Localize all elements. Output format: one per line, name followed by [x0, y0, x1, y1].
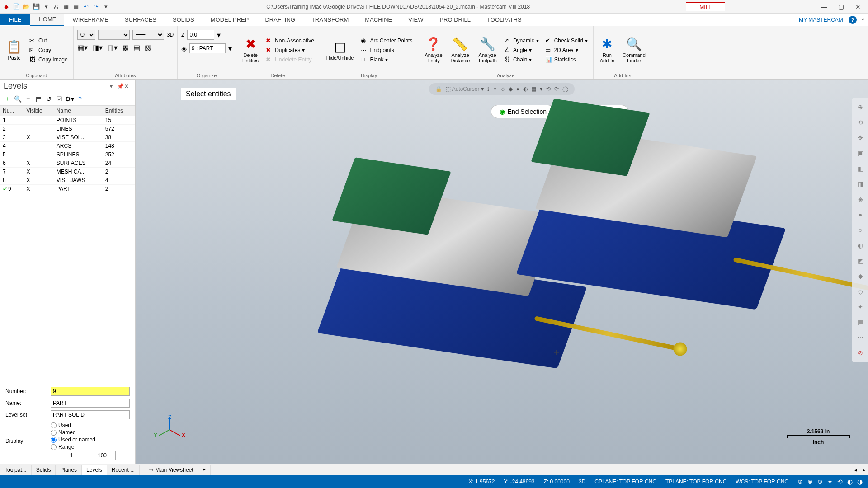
table-row[interactable]: 7XMESH CA...2	[0, 168, 135, 176]
sel-tool-10[interactable]: ⟳	[554, 86, 559, 92]
table-row[interactable]: 9XPART2	[0, 185, 135, 193]
scroll-left-icon[interactable]: ◂	[852, 467, 860, 473]
z-input[interactable]	[187, 30, 214, 40]
redo-icon[interactable]: ↷	[91, 2, 100, 11]
levels-hideall-icon[interactable]: ▤	[34, 94, 43, 103]
analyze-toolpath-button[interactable]: 🔧Analyze Toolpath	[475, 35, 500, 65]
rtool-gnomon-icon[interactable]: ✦	[854, 300, 867, 314]
rtool-front-icon[interactable]: ◧	[854, 162, 867, 175]
rtool-wire-icon[interactable]: ○	[854, 223, 867, 237]
command-finder-button[interactable]: 🔍Command Finder	[620, 35, 648, 65]
col-visible[interactable]: Visible	[24, 106, 54, 116]
tab-solids[interactable]: SOLIDS	[165, 14, 203, 25]
rtool-more-icon[interactable]: ⋯	[854, 331, 867, 344]
tab-wireframe[interactable]: WIREFRAME	[64, 14, 116, 25]
btab-levels[interactable]: Levels	[82, 465, 107, 475]
col-num[interactable]: Nu...	[0, 106, 24, 116]
table-row[interactable]: 3XVISE SOL...38	[0, 133, 135, 142]
save-icon[interactable]: 💾	[32, 2, 41, 11]
table-row[interactable]: 5SPLINES252	[0, 150, 135, 159]
tab-toolpaths[interactable]: TOOLPATHS	[479, 14, 530, 25]
panel-close-icon[interactable]: ✕	[124, 83, 132, 89]
open-icon[interactable]: 📂	[22, 2, 31, 11]
status-mode[interactable]: 3D	[579, 479, 585, 485]
rtool-shade-icon[interactable]: ●	[854, 208, 867, 221]
line-style-select[interactable]: ———	[98, 30, 130, 40]
col-name[interactable]: Name	[54, 106, 103, 116]
status-icon-1[interactable]: ⊕	[797, 478, 803, 485]
levels-checklist-icon[interactable]: ☑	[55, 94, 64, 103]
btab-solids[interactable]: Solids	[32, 465, 56, 475]
lock-icon[interactable]: 🔒	[435, 86, 442, 92]
scroll-right-icon[interactable]: ▸	[860, 467, 868, 473]
attr-btn-1[interactable]: ▦▾	[77, 43, 88, 52]
name-input[interactable]	[51, 399, 130, 408]
status-tplane[interactable]: TPLANE: TOP FOR CNC	[665, 479, 726, 485]
level-icon[interactable]: ◈	[181, 44, 187, 53]
chain-button[interactable]: ⛓Chain▾	[502, 55, 541, 64]
my-mastercam-link[interactable]: MY MASTERCAM	[799, 17, 843, 23]
angle-button[interactable]: ∠Angle▾	[502, 46, 541, 54]
qat-icon-a[interactable]: ▦	[61, 2, 71, 11]
rtool-rotate-icon[interactable]: ⟲	[854, 116, 867, 129]
new-icon[interactable]: 📄	[12, 2, 21, 11]
statistics-button[interactable]: 📊Statistics	[543, 55, 590, 64]
dynamic-button[interactable]: ↗Dynamic▾	[502, 36, 541, 45]
level-dropdown-icon[interactable]: ▾	[228, 44, 232, 53]
main-viewsheet-tab[interactable]: ▭Main Viewsheet	[144, 465, 198, 475]
run-addin-button[interactable]: ✱Run Add-In	[597, 35, 617, 65]
point-style-select[interactable]: O	[77, 30, 95, 40]
sel-tool-8[interactable]: ▾	[540, 86, 542, 92]
rtool-cancel-icon[interactable]: ⊘	[854, 346, 867, 360]
rtool-grid-icon[interactable]: ▦	[854, 315, 867, 329]
delete-entities-button[interactable]: ✖ Delete Entities	[240, 35, 261, 65]
axis-gizmo[interactable]: Z X Y	[154, 414, 185, 446]
autocursor-button[interactable]: ⬚ AutoCursor ▾	[446, 86, 484, 92]
panel-dropdown-icon[interactable]: ▾	[110, 83, 117, 89]
panel-pin-icon[interactable]: 📌	[117, 83, 124, 89]
close-icon[interactable]: ✕	[850, 1, 866, 12]
undo-icon[interactable]: ↶	[81, 2, 90, 11]
analyze-entity-button[interactable]: ❓Analyze Entity	[422, 35, 445, 65]
rtool-iso-icon[interactable]: ◈	[854, 192, 867, 206]
tab-drafting[interactable]: DRAFTING	[257, 14, 303, 25]
sel-tool-7[interactable]: ▦	[531, 86, 536, 92]
levels-find-icon[interactable]: 🔍	[13, 94, 22, 103]
arc-center-button[interactable]: ◉Arc Center Points	[359, 36, 414, 45]
levels-showall-icon[interactable]: ≡	[24, 94, 33, 103]
attr-btn-2[interactable]: ◨▾	[92, 43, 103, 52]
number-input[interactable]	[51, 387, 130, 396]
attr-btn-4[interactable]: ▩	[122, 43, 129, 52]
add-viewsheet-button[interactable]: +	[198, 465, 211, 475]
sel-tool-4[interactable]: ◆	[509, 86, 513, 92]
rtool-hidden-icon[interactable]: ◐	[854, 239, 867, 252]
sel-tool-5[interactable]: ●	[516, 86, 519, 92]
status-icon-2[interactable]: ⊗	[807, 478, 813, 485]
status-cplane[interactable]: CPLANE: TOP FOR CNC	[594, 479, 656, 485]
attr-btn-6[interactable]: ▧	[145, 43, 151, 52]
levelset-input[interactable]	[51, 410, 130, 419]
tab-home[interactable]: HOME	[30, 14, 64, 26]
sel-tool-3[interactable]: ◇	[501, 86, 505, 92]
rtool-right-icon[interactable]: ◨	[854, 177, 867, 191]
save-dropdown-icon[interactable]: ▾	[42, 2, 51, 11]
table-row[interactable]: 6XSURFACES24	[0, 159, 135, 168]
radio-range[interactable]: Range	[51, 444, 130, 450]
tab-pro-drill[interactable]: PRO DRILL	[431, 14, 479, 25]
attr-btn-5[interactable]: ▤	[133, 43, 140, 52]
rtool-material-icon[interactable]: ◆	[854, 269, 867, 283]
tab-file[interactable]: FILE	[0, 14, 30, 25]
rtool-top-icon[interactable]: ▣	[854, 146, 867, 160]
col-entities[interactable]: Entities	[103, 106, 135, 116]
copy-image-button[interactable]: 🖼Copy Image	[28, 55, 70, 64]
tab-surfaces[interactable]: SURFACES	[117, 14, 165, 25]
maximize-icon[interactable]: ▢	[833, 1, 849, 12]
rtool-trans-icon[interactable]: ◇	[854, 285, 867, 298]
z-dropdown-icon[interactable]: ▾	[217, 31, 221, 39]
radio-used[interactable]: Used	[51, 422, 130, 428]
qat-icon-b[interactable]: ▤	[71, 2, 80, 11]
cut-button[interactable]: ✂Cut	[28, 36, 70, 45]
context-tab-mill[interactable]: MILL	[686, 2, 725, 11]
table-row[interactable]: 2LINES572	[0, 125, 135, 133]
table-row[interactable]: 4ARCS148	[0, 142, 135, 150]
